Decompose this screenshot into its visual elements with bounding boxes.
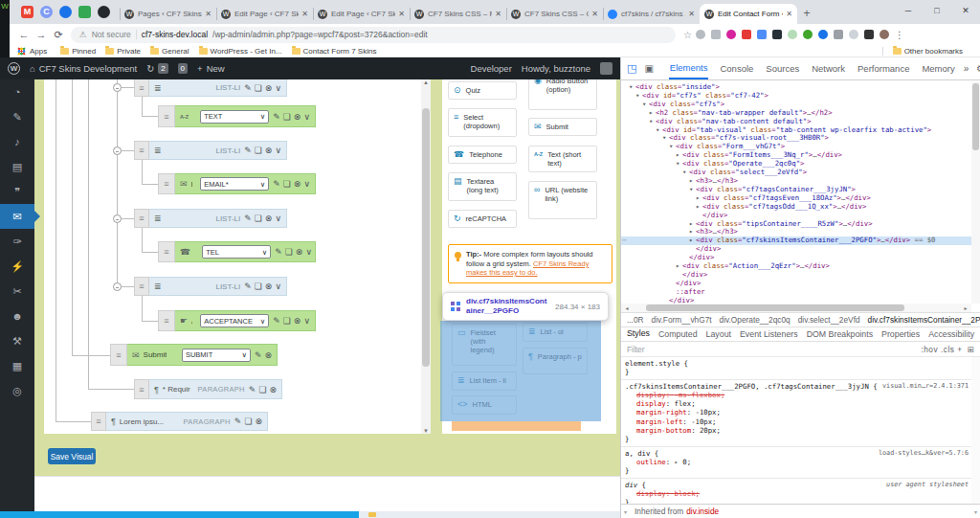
delete-icon[interactable]: ⊗ <box>294 179 301 189</box>
copy-icon[interactable]: ❏ <box>255 83 262 93</box>
css-rule[interactable]: load-styles…k&ver=5.7:6a, div {outline: … <box>621 447 971 479</box>
tab-close-icon[interactable]: ✕ <box>301 10 308 18</box>
edit-icon[interactable]: ✎ <box>244 146 252 155</box>
delete-icon[interactable]: ⊗ <box>265 282 273 291</box>
drag-handle[interactable]: ≡ <box>134 379 149 399</box>
copy-icon[interactable]: ❏ <box>283 179 291 189</box>
apps-grid-icon[interactable] <box>17 47 26 56</box>
css-property[interactable]: margin-bottom: 20px; <box>625 426 968 435</box>
edit-icon[interactable]: ✎ <box>273 316 280 326</box>
dom-tree-node[interactable]: ▾<div class="cf7s-visual-root___3HB0R"> <box>621 134 971 143</box>
developer-menu[interactable]: Developer <box>471 63 512 74</box>
updates-link[interactable]: ↻2 <box>146 63 167 74</box>
wordpress-ext-icon[interactable] <box>803 30 813 39</box>
css-property[interactable]: margin-left: -10px; <box>625 417 968 426</box>
drag-handle[interactable]: ≡ <box>158 310 175 331</box>
drag-handle[interactable]: ≡ <box>134 79 149 97</box>
copy-icon[interactable]: ❏ <box>283 112 291 122</box>
form-row-phone[interactable]: ≡☎PhoneTEL∨✎❏⊗∨ <box>158 241 316 262</box>
devtools-tab-elements[interactable]: Elements <box>669 57 709 79</box>
breadcrumb-item[interactable]: div.select__2eVfd <box>798 315 860 325</box>
delete-icon[interactable]: ⊗ <box>294 316 301 326</box>
tab-close-icon[interactable]: ✕ <box>591 10 598 18</box>
collapse-toggle-icon[interactable] <box>113 146 122 155</box>
back-button[interactable]: ← <box>15 29 33 40</box>
tab-close-icon[interactable]: ✕ <box>786 10 792 18</box>
edit-icon[interactable]: ✎ <box>249 385 256 394</box>
palette-card-textarea[interactable]: ▤Textarea (long text) <box>448 172 517 201</box>
devtools-tab-network[interactable]: Network <box>811 58 846 79</box>
new-content-link[interactable]: +New <box>197 63 225 74</box>
collapse-toggle-icon[interactable] <box>113 214 122 223</box>
dark-ext-icon[interactable] <box>772 30 782 39</box>
copy-icon[interactable]: ❏ <box>283 316 291 326</box>
browser-tab[interactable]: WPages ‹ CF7 Skins Team -✕ <box>120 4 216 24</box>
css-property[interactable]: margin-right: -10px; <box>625 408 968 417</box>
sidebar-item-media[interactable]: ♪ <box>0 129 34 154</box>
palette-card-submitcard[interactable]: ✉Submit <box>528 118 597 136</box>
bookmark-star-icon[interactable]: ☆ <box>683 30 692 40</box>
palette-card-radio[interactable]: ◉Radio Button (option) <box>528 79 597 110</box>
avatar[interactable] <box>600 62 612 75</box>
breadcrumb-item[interactable]: ...0R <box>627 315 644 325</box>
field-type-select[interactable]: TEL∨ <box>202 245 271 259</box>
app-blue-icon[interactable] <box>59 6 72 18</box>
breadcrumb-item[interactable]: div.Form__vhG7t <box>652 315 712 325</box>
edit-icon[interactable]: ✎ <box>255 350 262 360</box>
save-visual-button[interactable]: Save Visual <box>48 448 96 464</box>
delete-icon[interactable]: ⊗ <box>265 83 273 93</box>
devtools-horizontal-scrollbar[interactable]: ◂▸ <box>621 304 971 312</box>
devtools-tab-performance[interactable]: Performance <box>857 58 910 79</box>
frame-ext-icon[interactable] <box>834 30 843 39</box>
sidebar-item-posts[interactable]: ✎ <box>0 104 34 129</box>
field-type-select[interactable]: EMAIL*∨ <box>200 177 269 191</box>
bookmark-item[interactable]: Contact Form 7 Skins <box>292 47 377 56</box>
delete-icon[interactable]: ⊗ <box>265 214 273 223</box>
styles-tab-accessibility[interactable]: Accessibility <box>928 327 974 342</box>
devtools-tab-memory[interactable]: Memory <box>921 58 955 79</box>
palette-card-recaptcha[interactable]: ↻reCAPTCHA <box>448 210 517 228</box>
comments-link[interactable]: 0 <box>178 63 188 74</box>
delete-icon[interactable]: ⊗ <box>296 247 303 257</box>
tab-close-icon[interactable]: ✕ <box>688 10 695 18</box>
chevron-icon[interactable]: ∨ <box>305 247 312 257</box>
css-rule[interactable]: visual.min…r=2.4.1:371.cf7skinsItemsCont… <box>621 380 971 447</box>
form-row-li4[interactable]: ≡≣LIST-LI✎❏⊗∨ <box>134 277 287 296</box>
dom-tree-node[interactable]: </div> <box>621 280 971 288</box>
sidebar-item-users[interactable]: ☻ <box>0 304 34 328</box>
sidebar-item-appearance[interactable]: ✑ <box>0 229 34 254</box>
chevron-icon[interactable]: ∨ <box>303 316 310 326</box>
tab-close-icon[interactable]: ✕ <box>495 10 501 18</box>
browser-tab[interactable]: WCF7 Skins CSS – Classes✕ <box>506 4 603 24</box>
edit-icon[interactable]: ✎ <box>234 417 242 426</box>
copy-icon[interactable]: ❏ <box>244 417 252 426</box>
field-type-select[interactable]: SUBMIT∨ <box>182 349 251 362</box>
stylesheet-link[interactable]: user agent stylesheet <box>886 481 969 489</box>
devtools-tab-sources[interactable]: Sources <box>765 58 800 79</box>
dom-tree-node[interactable]: </div> <box>621 271 971 280</box>
drag-handle[interactable]: ≡ <box>134 209 149 228</box>
inherited-from-selector[interactable]: div.inside <box>686 507 719 516</box>
sidebar-item-cf7-skins[interactable]: ✂ <box>0 279 34 304</box>
tab-close-icon[interactable]: ✕ <box>205 10 212 18</box>
styles-tab-event-listeners[interactable]: Event Listeners <box>740 327 798 342</box>
field-type-select[interactable]: ACCEPTANCE∨ <box>200 314 269 327</box>
delete-icon[interactable]: ⊗ <box>255 417 262 426</box>
browser-tab[interactable]: WEdit Page ‹ CF7 Skins Te✕ <box>313 4 410 24</box>
close-button[interactable]: ✕ <box>951 0 980 24</box>
app-photos-icon[interactable] <box>78 6 91 18</box>
styles-tab-properties[interactable]: Properties <box>881 327 920 342</box>
chevron-icon[interactable]: ∨ <box>275 83 281 93</box>
sidebar-item-pages[interactable]: ▤ <box>0 154 34 179</box>
editor-scrollbar[interactable]: ▲ ▼ <box>421 79 431 434</box>
form-row-required[interactable]: ≡¶* RequiredPARAGRAPH✎❏⊗ <box>134 379 282 399</box>
css-rule[interactable]: user agent stylesheetdiv {display: block… <box>621 479 971 504</box>
new-tab-button[interactable]: + <box>797 7 816 24</box>
chevron-icon[interactable]: ∨ <box>275 214 281 223</box>
sidebar-item-collapse[interactable]: ◎ <box>0 378 34 403</box>
instagram-icon[interactable] <box>726 30 736 39</box>
bookmark-item[interactable]: WordPress - Get In... <box>199 47 282 56</box>
copy-icon[interactable]: ❏ <box>255 282 262 291</box>
devtools-tab-console[interactable]: Console <box>719 58 754 79</box>
sidebar-item-comments[interactable]: ❞ <box>0 179 34 204</box>
